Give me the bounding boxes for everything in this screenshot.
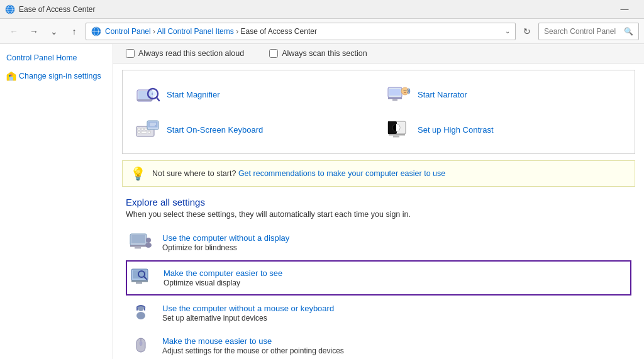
svg-point-63 (140, 341, 143, 346)
svg-point-24 (404, 90, 405, 91)
no-mouse-title[interactable]: Use the computer without a mouse or keyb… (162, 304, 334, 313)
easier-to-see-icon (130, 265, 155, 290)
svg-rect-20 (389, 89, 401, 96)
svg-rect-28 (142, 128, 144, 130)
contrast-label: Set up High Contrast (418, 125, 494, 135)
svg-rect-29 (145, 128, 147, 130)
no-display-title[interactable]: Use the computer without a display (162, 233, 289, 243)
always-read-checkbox[interactable] (126, 49, 135, 58)
settings-item-no-display[interactable]: Use the computer without a display Optim… (126, 226, 631, 259)
path-control-panel[interactable]: Control Panel (105, 27, 151, 36)
svg-rect-13 (138, 91, 151, 99)
svg-point-25 (406, 90, 407, 91)
no-display-text: Use the computer without a display Optim… (162, 233, 289, 252)
sidebar-control-panel-home[interactable]: Control Panel Home (5, 52, 108, 64)
svg-point-49 (146, 238, 151, 243)
svg-point-23 (401, 87, 409, 95)
mouse-icon (128, 333, 153, 358)
svg-rect-9 (9, 77, 13, 80)
narrator-icon (386, 82, 411, 107)
always-scan-checkbox-item: Always scan this section (269, 49, 367, 58)
svg-rect-31 (138, 131, 140, 133)
top-checkboxes: Always read this section aloud Always sc… (113, 44, 644, 64)
tool-narrator[interactable]: Start Narrator (379, 77, 630, 112)
not-sure-link[interactable]: Get recommendations to make your compute… (238, 169, 445, 178)
settings-list: Use the computer without a display Optim… (126, 226, 631, 359)
svg-point-58 (136, 312, 145, 319)
svg-rect-46 (131, 235, 145, 243)
svg-rect-14 (137, 99, 152, 101)
globe-icon (91, 26, 101, 36)
always-read-checkbox-item: Always read this section aloud (126, 49, 244, 58)
change-signin-icon (6, 71, 16, 81)
easier-to-see-desc: Optimize visual display (164, 279, 282, 287)
search-box: 🔍 (538, 23, 639, 40)
svg-rect-42 (389, 134, 405, 136)
settings-item-easier-to-see[interactable]: Make the computer easier to see Optimize… (126, 260, 631, 295)
mouse-easier-title[interactable]: Make the mouse easier to use (162, 336, 344, 346)
always-scan-label: Always scan this section (282, 49, 367, 58)
magnifier-icon: + (135, 82, 160, 107)
title-bar: Ease of Access Center — (0, 0, 644, 19)
search-icon: 🔍 (624, 27, 633, 36)
explore-section: Explore all settings When you select the… (113, 193, 644, 359)
keyboard-icon (135, 117, 160, 142)
svg-rect-60 (144, 307, 145, 311)
back-button[interactable]: ← (5, 23, 23, 40)
no-mouse-desc: Set up alternative input devices (162, 314, 334, 323)
svg-line-16 (157, 97, 159, 101)
search-input[interactable] (544, 27, 621, 36)
forward-button[interactable]: → (25, 23, 43, 40)
mouse-easier-desc: Adjust settings for the mouse or other p… (162, 346, 344, 355)
svg-rect-48 (135, 247, 141, 249)
easier-to-see-title[interactable]: Make the computer easier to see (164, 268, 282, 278)
path-ease-of-access: Ease of Access Center (240, 27, 316, 36)
magnifier-label: Start Magnifier (167, 90, 220, 99)
keyboard-label: Start On-Screen Keyboard (167, 125, 263, 135)
up-button[interactable]: ↑ (65, 23, 83, 40)
content-area: Always read this section aloud Always sc… (113, 44, 644, 359)
svg-rect-27 (138, 128, 140, 130)
no-mouse-icon (128, 301, 153, 326)
svg-rect-33 (148, 131, 151, 133)
quick-tools: + Start Magnifier (122, 70, 635, 154)
svg-rect-53 (131, 280, 148, 282)
recent-pages-button[interactable]: ⌄ (45, 23, 63, 40)
not-sure-static: Not sure where to start? (152, 169, 236, 178)
app-icon (5, 4, 15, 14)
always-scan-checkbox[interactable] (269, 49, 278, 58)
not-sure-banner: 💡 Not sure where to start? Get recommend… (122, 160, 635, 187)
svg-rect-47 (130, 245, 147, 247)
sidebar-change-signin-label: Change sign-in settings (19, 72, 101, 80)
svg-text:+: + (151, 92, 153, 96)
svg-rect-32 (142, 131, 147, 133)
always-read-label: Always read this section aloud (138, 49, 244, 58)
title-bar-left: Ease of Access Center (5, 4, 95, 14)
tool-contrast[interactable]: Set up High Contrast (379, 112, 630, 147)
no-display-desc: Optimize for blindness (162, 243, 289, 252)
svg-rect-21 (388, 97, 402, 99)
sidebar: Control Panel Home Change sign-in settin… (0, 44, 113, 359)
settings-item-mouse-easier[interactable]: Make the mouse easier to use Adjust sett… (126, 329, 631, 359)
explore-title: Explore all settings (126, 197, 631, 207)
refresh-button[interactable]: ↻ (518, 23, 536, 40)
path-all-items[interactable]: All Control Panel Items (157, 27, 234, 36)
address-box: Control Panel › All Control Panel Items … (86, 23, 516, 40)
tool-keyboard[interactable]: Start On-Screen Keyboard (128, 112, 379, 147)
svg-rect-41 (388, 121, 389, 134)
narrator-label: Start Narrator (418, 90, 467, 99)
no-display-icon (128, 230, 153, 255)
mouse-easier-text: Make the mouse easier to use Adjust sett… (162, 336, 344, 355)
not-sure-text: Not sure where to start? Get recommendat… (152, 169, 445, 178)
easier-to-see-text: Make the computer easier to see Optimize… (164, 268, 282, 287)
no-mouse-text: Use the computer without a mouse or keyb… (162, 304, 334, 323)
sidebar-change-signin[interactable]: Change sign-in settings (5, 69, 108, 83)
minimize-button[interactable]: — (610, 0, 639, 19)
svg-rect-54 (136, 282, 142, 284)
svg-rect-22 (392, 99, 397, 101)
contrast-icon (386, 117, 411, 142)
settings-item-no-mouse[interactable]: Use the computer without a mouse or keyb… (126, 297, 631, 329)
tool-magnifier[interactable]: + Start Magnifier (128, 77, 379, 112)
address-dropdown-button[interactable]: ⌄ (505, 28, 510, 35)
svg-point-50 (145, 243, 152, 248)
